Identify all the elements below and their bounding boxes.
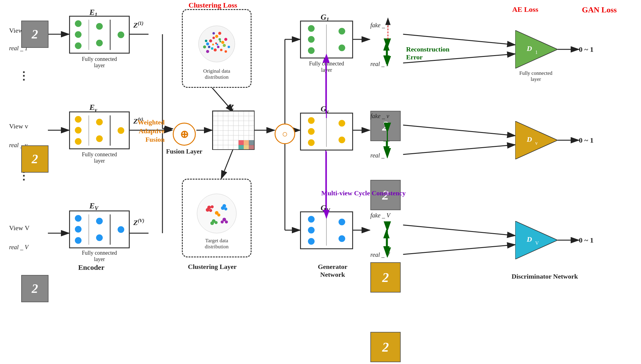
svg-point-64 <box>209 39 212 42</box>
ae-loss-label: AE Loss <box>512 5 538 14</box>
clustering-layer-box: Target datadistribution <box>182 179 252 257</box>
svg-line-22 <box>403 34 515 45</box>
svg-point-95 <box>221 206 225 210</box>
svg-point-71 <box>211 47 213 50</box>
svg-point-85 <box>216 44 218 45</box>
svg-point-77 <box>215 35 218 38</box>
svg-line-24 <box>403 125 515 136</box>
svg-line-32 <box>221 148 233 179</box>
generator-label: GeneratorNetwork <box>306 263 359 279</box>
svg-line-26 <box>403 225 515 236</box>
svg-point-101 <box>221 220 224 223</box>
svg-point-83 <box>206 50 209 53</box>
svg-point-92 <box>206 208 209 212</box>
svg-text:D: D <box>526 45 532 52</box>
fake1-label: fake _ 1 <box>370 22 389 29</box>
realv-right-image: 2 <box>370 332 401 362</box>
fc-encoderv-label: Fully connectedlayer <box>69 151 130 164</box>
svg-point-70 <box>214 48 217 51</box>
svg-point-78 <box>212 32 215 35</box>
fc-G1-label: Fully connectedlayer <box>300 61 353 73</box>
output1-label: 0 ~ 1 <box>579 45 593 54</box>
svg-point-75 <box>224 38 227 41</box>
outputv-label: 0 ~ 1 <box>579 136 593 144</box>
svg-point-90 <box>209 209 212 212</box>
fakev-image: 2 <box>370 262 401 293</box>
svg-rect-59 <box>244 145 249 150</box>
svg-rect-57 <box>244 140 249 145</box>
svg-point-100 <box>225 220 228 223</box>
discriminator-label: Discriminator Network <box>512 273 562 280</box>
svg-point-86 <box>212 44 214 45</box>
svg-marker-104 <box>515 30 558 68</box>
clustering-loss-label: Clustering Loss <box>189 1 237 9</box>
original-data-label: Original datadistribution <box>203 68 230 80</box>
viewv-label: View v <box>9 122 28 130</box>
EV-block <box>69 210 130 248</box>
svg-text:D: D <box>526 235 532 243</box>
svg-text:D: D <box>526 135 532 143</box>
Ev-block <box>69 111 130 149</box>
outputV-label: 0 ~ 1 <box>579 236 593 244</box>
svg-line-27 <box>403 245 515 254</box>
svg-point-103 <box>217 213 220 217</box>
viewV-label: View V <box>9 224 29 232</box>
fusion-layer-label: Fusion Layer <box>166 148 202 155</box>
viewv-image: 2 <box>21 145 48 173</box>
svg-marker-110 <box>515 221 558 259</box>
svg-line-25 <box>403 145 515 154</box>
svg-point-68 <box>221 41 224 44</box>
svg-text:v: v <box>535 141 538 146</box>
svg-point-97 <box>215 221 218 224</box>
svg-point-79 <box>218 32 221 35</box>
realV-label: real _ V <box>9 244 28 251</box>
fc-encoderV-label: Fully connectedlayer <box>69 250 130 263</box>
svg-point-76 <box>205 40 207 42</box>
svg-point-82 <box>225 50 227 53</box>
svg-point-67 <box>219 38 221 41</box>
svg-point-66 <box>206 42 209 45</box>
svg-rect-56 <box>239 140 244 145</box>
encoder-label: Encoder <box>78 263 105 272</box>
svg-point-73 <box>220 49 222 51</box>
realv-right-label: real _ v <box>370 152 389 159</box>
svg-point-98 <box>210 221 214 225</box>
realV-right-label: real _ V <box>370 251 390 258</box>
reconstruction-label: Reconstruction Error <box>406 45 449 61</box>
svg-point-65 <box>212 37 215 39</box>
svg-point-80 <box>228 46 230 48</box>
target-data-label: Target datadistribution <box>205 238 229 250</box>
fakev-label: fake _ v <box>370 113 389 120</box>
svg-rect-61 <box>249 145 254 150</box>
svg-point-74 <box>208 46 210 48</box>
fakeV-label: fake _ V <box>370 212 390 219</box>
fusion-circle: ⊕ <box>173 123 196 146</box>
svg-text:V: V <box>535 240 539 246</box>
Z1-label: Z(1) <box>133 21 143 29</box>
Z-fused-label: Z <box>229 103 234 112</box>
clustering-loss-box: Original datadistribution <box>182 9 252 88</box>
weighted-adaptive-fusion-label: WeightedAdaptiveFusion <box>138 118 165 144</box>
dots1: ⋮ <box>18 70 29 82</box>
svg-point-81 <box>203 45 206 48</box>
ZV-label: Z(V) <box>133 218 144 227</box>
svg-point-87 <box>219 41 221 42</box>
svg-rect-58 <box>239 145 244 150</box>
svg-point-72 <box>223 44 226 47</box>
fc-encoder1-label: Fully connectedlayer <box>69 56 130 69</box>
GV-block <box>300 211 353 249</box>
svg-point-94 <box>224 207 227 210</box>
clustering-layer-label: Clustering Layer <box>188 263 237 271</box>
multiview-cycle-label: Multi-view Cycle Consistency <box>321 189 406 197</box>
svg-text:1: 1 <box>535 50 538 55</box>
G1-block <box>300 21 353 58</box>
fc-D1-label: Fully connectedlayer <box>515 70 557 82</box>
Dv-discriminator: D v <box>515 121 558 159</box>
DV-discriminator: D V <box>515 221 558 259</box>
svg-point-69 <box>217 46 219 48</box>
gan-loss-label: GAN Loss <box>582 5 617 15</box>
svg-marker-107 <box>515 121 558 159</box>
svg-point-91 <box>211 205 214 208</box>
svg-rect-60 <box>249 140 254 145</box>
Gv-block <box>300 113 353 151</box>
